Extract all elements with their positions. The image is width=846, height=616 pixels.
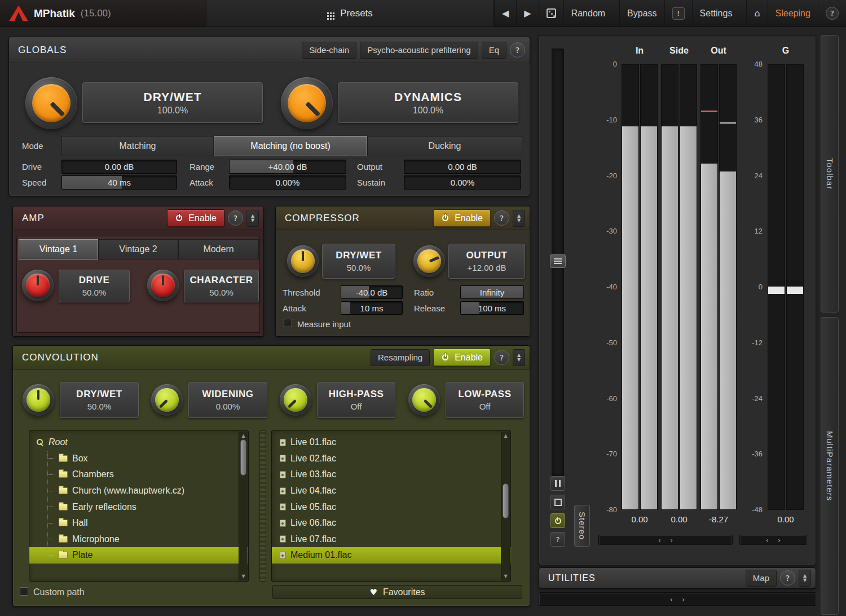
speed-field[interactable]: 40 ms bbox=[61, 175, 177, 190]
tree-item-church[interactable]: Church (www.hauptwerk.cz) bbox=[29, 483, 248, 499]
file-item[interactable]: Live 06.flac bbox=[272, 515, 510, 531]
randomize-button[interactable] bbox=[539, 0, 563, 27]
file-item[interactable]: Live 07.flac bbox=[272, 531, 510, 548]
meter-power-button[interactable] bbox=[550, 513, 565, 528]
scroll-up-icon[interactable]: ▲ bbox=[239, 433, 248, 438]
undo-button[interactable]: ◀ bbox=[494, 0, 516, 27]
tree-item-box[interactable]: Box bbox=[29, 451, 248, 467]
compressor-output-button[interactable]: OUTPUT +12.00 dB bbox=[448, 244, 525, 279]
convolution-preset-spinner[interactable]: ▲ ▼ bbox=[513, 349, 525, 366]
tree-item-chambers[interactable]: Chambers bbox=[29, 467, 248, 483]
dynamics-knob[interactable] bbox=[281, 77, 333, 129]
mode-ducking-button[interactable]: Ducking bbox=[367, 136, 522, 156]
high-pass-knob[interactable] bbox=[280, 384, 311, 416]
spin-down-icon[interactable]: ▼ bbox=[251, 218, 254, 223]
widening-knob[interactable] bbox=[151, 384, 183, 416]
file-item[interactable]: Live 04.flac bbox=[272, 483, 510, 499]
spin-down-icon[interactable]: ▼ bbox=[517, 218, 521, 223]
tree-item-plate-selected[interactable]: Plate bbox=[29, 547, 248, 564]
convolution-help-button[interactable]: ? bbox=[494, 350, 509, 365]
tree-item-hall[interactable]: Hall bbox=[29, 515, 248, 531]
compressor-enable-button[interactable]: Enable bbox=[433, 209, 491, 227]
tab-modern[interactable]: Modern bbox=[178, 239, 259, 259]
home-button[interactable]: ⌂ bbox=[746, 0, 767, 27]
tab-vintage-1[interactable]: Vintage 1 bbox=[19, 239, 98, 259]
dry-wet-button[interactable]: DRY/WET 100.0% bbox=[82, 82, 263, 123]
dynamics-button[interactable]: DYNAMICS 100.0% bbox=[338, 82, 518, 123]
spin-down-icon[interactable]: ▼ bbox=[517, 358, 521, 362]
sidechain-button[interactable]: Side-chain bbox=[302, 42, 356, 59]
redo-button[interactable]: ▶ bbox=[516, 0, 538, 27]
mode-matching-no-boost-button[interactable]: Matching (no boost) bbox=[214, 136, 367, 156]
file-item[interactable]: Live 03.flac bbox=[272, 467, 510, 483]
drive-field[interactable]: 0.00 dB bbox=[61, 160, 177, 174]
amp-character-button[interactable]: CHARACTER 50.0% bbox=[184, 270, 259, 302]
tab-vintage-2[interactable]: Vintage 2 bbox=[98, 239, 178, 259]
amp-character-knob[interactable] bbox=[147, 270, 179, 301]
help-button[interactable]: ? bbox=[818, 0, 846, 27]
scroll-down-icon[interactable]: ▼ bbox=[501, 574, 510, 579]
presets-button[interactable]: Presets bbox=[206, 0, 494, 27]
file-item[interactable]: Live 05.flac bbox=[272, 499, 510, 515]
threshold-field[interactable]: -40.0 dB bbox=[341, 285, 403, 299]
globals-help-button[interactable]: ? bbox=[510, 42, 525, 58]
map-button[interactable]: Map bbox=[746, 570, 777, 587]
amp-preset-spinner[interactable]: ▲ ▼ bbox=[246, 210, 259, 227]
comp-attack-field[interactable]: 10 ms bbox=[341, 301, 403, 315]
release-field[interactable]: 100 ms bbox=[460, 301, 524, 315]
file-item[interactable]: Live 02.flac bbox=[272, 451, 510, 467]
stereo-mode-button[interactable]: Stereo bbox=[574, 505, 590, 547]
widening-button[interactable]: WIDENING 0.00% bbox=[188, 382, 267, 418]
multiparameters-edge-tab[interactable]: MultiParameters bbox=[821, 317, 839, 615]
compressor-preset-spinner[interactable]: ▲ ▼ bbox=[513, 210, 525, 227]
resampling-button[interactable]: Resampling bbox=[371, 349, 430, 366]
low-pass-button[interactable]: LOW-PASS Off bbox=[446, 382, 524, 418]
ratio-field[interactable]: Infinity bbox=[460, 285, 524, 299]
tree-item-microphone[interactable]: Microphone bbox=[29, 531, 248, 548]
file-list-scrollbar[interactable]: ▲ ▼ bbox=[501, 432, 510, 580]
file-item[interactable]: Live 01.flac bbox=[272, 434, 510, 451]
utilities-help-button[interactable]: ? bbox=[780, 570, 795, 586]
tree-list-splitter[interactable] bbox=[259, 430, 266, 582]
tree-scroll-handle[interactable] bbox=[240, 439, 246, 476]
high-pass-button[interactable]: HIGH-PASS Off bbox=[317, 382, 395, 418]
toolbar-edge-tab[interactable]: Toolbar bbox=[821, 35, 839, 313]
convolution-enable-button[interactable]: Enable bbox=[433, 349, 491, 366]
psycho-acoustic-button[interactable]: Psycho-acoustic prefiltering bbox=[360, 42, 478, 59]
attack-field[interactable]: 0.00% bbox=[229, 175, 346, 190]
tree-scrollbar[interactable]: ▲ ▼ bbox=[239, 432, 248, 580]
conv-dry-wet-button[interactable]: DRY/WET 50.0% bbox=[60, 382, 139, 418]
popout-button[interactable] bbox=[550, 495, 565, 509]
alert-button[interactable]: ! bbox=[664, 0, 692, 27]
eq-button[interactable]: Eq bbox=[482, 42, 506, 59]
compressor-help-button[interactable]: ? bbox=[494, 210, 509, 226]
compressor-dry-wet-button[interactable]: DRY/WET 50.0% bbox=[322, 244, 395, 279]
range-field[interactable]: +40.00 dB bbox=[229, 160, 346, 174]
file-item-selected[interactable]: Medium 01.flac bbox=[272, 547, 510, 564]
conv-dry-wet-knob[interactable] bbox=[23, 384, 54, 416]
random-button[interactable]: Random bbox=[563, 0, 613, 27]
spin-down-icon[interactable]: ▼ bbox=[803, 578, 807, 583]
compressor-output-knob[interactable] bbox=[413, 245, 445, 277]
output-field[interactable]: 0.00 dB bbox=[404, 160, 521, 174]
mode-matching-button[interactable]: Matching bbox=[61, 136, 214, 156]
meter-range-handle[interactable] bbox=[550, 254, 566, 268]
amp-help-button[interactable]: ? bbox=[228, 210, 243, 226]
utilities-spinner[interactable]: ▲ ▼ bbox=[799, 570, 811, 587]
compressor-dry-wet-knob[interactable] bbox=[287, 245, 319, 277]
tree-item-root[interactable]: Root bbox=[29, 434, 248, 451]
amp-drive-knob[interactable] bbox=[22, 270, 54, 301]
bypass-button[interactable]: Bypass bbox=[619, 0, 664, 27]
scroll-up-icon[interactable]: ▲ bbox=[501, 433, 510, 438]
amp-drive-button[interactable]: DRIVE 50.0% bbox=[59, 270, 130, 302]
tree-item-early-reflections[interactable]: Early reflections bbox=[29, 499, 248, 515]
gain-meter-scrollbar[interactable]: ‹ › bbox=[739, 535, 807, 545]
utilities-scrollbar[interactable]: ‹ › bbox=[539, 592, 816, 606]
measure-input-checkbox[interactable] bbox=[284, 319, 292, 327]
level-meter-scrollbar[interactable]: ‹ › bbox=[598, 535, 733, 545]
favourites-button[interactable]: ♥ Favourites bbox=[272, 585, 522, 599]
meter-help-button[interactable]: ? bbox=[550, 532, 565, 547]
scroll-down-icon[interactable]: ▼ bbox=[239, 574, 248, 579]
custom-path-checkbox[interactable] bbox=[20, 587, 28, 596]
sustain-field[interactable]: 0.00% bbox=[404, 175, 521, 190]
